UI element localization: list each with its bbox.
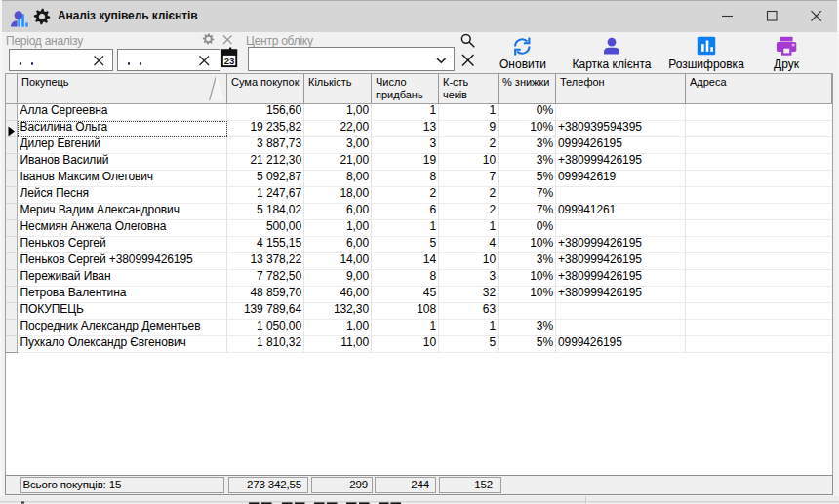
svg-text:23: 23: [224, 56, 235, 66]
